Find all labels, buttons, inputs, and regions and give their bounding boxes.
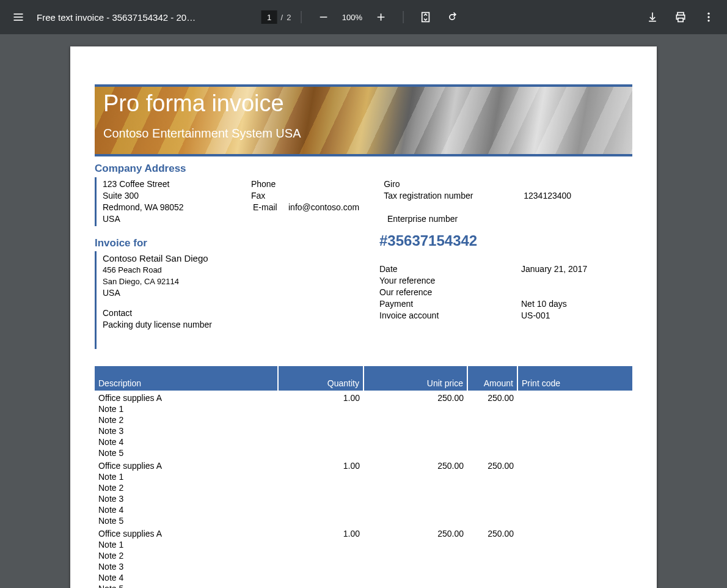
company-line: 123 Coffee Street (103, 178, 251, 190)
note-row: Note 3 (95, 425, 632, 436)
more-button[interactable] (696, 5, 721, 29)
invoice-title: Pro forma invoice (103, 90, 624, 117)
download-button[interactable] (640, 5, 665, 29)
menu-button[interactable] (6, 5, 31, 29)
cell-amount: 250.00 (467, 526, 517, 539)
note-row: Note 4 (95, 436, 632, 447)
cell-unit-price: 250.00 (364, 391, 467, 403)
cell-amount: 250.00 (467, 458, 517, 471)
note-text: Note 5 (95, 515, 632, 526)
note-text: Note 1 (95, 471, 632, 482)
meta-label: Payment (379, 298, 521, 310)
note-text: Note 2 (95, 482, 632, 493)
hamburger-icon (12, 11, 24, 23)
page-separator: / (281, 13, 283, 22)
invoice-for-block: Contoso Retail San Diego 456 Peach Road … (95, 251, 632, 349)
svg-point-11 (707, 16, 709, 18)
meta-label: Our reference (379, 287, 521, 298)
note-row: Note 5 (95, 447, 632, 458)
meta-label: Your reference (379, 275, 521, 287)
note-row: Note 3 (95, 561, 632, 572)
document-page: Pro forma invoice Contoso Entertainment … (70, 46, 657, 588)
fit-page-button[interactable] (413, 5, 437, 29)
col-unit-price: Unit price (364, 366, 467, 391)
svg-rect-9 (678, 18, 683, 22)
company-line: Redmond, WA 98052 (103, 202, 253, 213)
cell-description: Office supplies A (95, 526, 278, 539)
invoice-for-heading: Invoice for (95, 237, 379, 249)
note-text: Note 5 (95, 447, 632, 458)
fax-label: Fax (251, 190, 287, 202)
zoom-level: 100% (339, 13, 365, 22)
cell-description: Office supplies A (95, 458, 278, 471)
page-number-input[interactable] (261, 10, 277, 24)
meta-value: January 21, 2017 (521, 263, 631, 275)
line-items-table: Description Quantity Unit price Amount P… (95, 366, 632, 588)
divider (403, 11, 403, 23)
col-amount: Amount (467, 366, 517, 391)
meta-value (521, 287, 631, 298)
note-text: Note 3 (95, 425, 632, 436)
note-text: Note 4 (95, 504, 632, 515)
note-row: Note 5 (95, 515, 632, 526)
meta-label: Date (379, 263, 521, 275)
download-icon (646, 11, 659, 23)
customer-line: Contoso Retail San Diego (103, 252, 379, 264)
tax-value: 1234123400 (524, 190, 632, 202)
meta-value: Net 10 days (521, 298, 631, 310)
company-address-heading: Company Address (95, 163, 632, 175)
note-text: Note 3 (95, 493, 632, 504)
meta-value: US-001 (521, 310, 631, 322)
note-text: Note 2 (95, 414, 632, 425)
print-icon (674, 11, 687, 23)
note-text: Note 4 (95, 436, 632, 447)
cell-quantity: 1.00 (278, 526, 364, 539)
col-quantity: Quantity (278, 366, 364, 391)
customer-line: USA (103, 287, 379, 299)
phone-label: Phone (251, 178, 287, 190)
zoom-in-button[interactable] (368, 5, 393, 29)
note-row: Note 2 (95, 550, 632, 561)
cell-print-code (517, 526, 632, 539)
more-vertical-icon (703, 11, 715, 23)
table-row: Office supplies A1.00250.00250.00 (95, 458, 632, 471)
company-block: 123 Coffee Street Phone Giro Suite 300 F… (95, 177, 632, 226)
col-print-code: Print code (517, 366, 632, 391)
note-row: Note 4 (95, 572, 632, 583)
document-viewport[interactable]: Pro forma invoice Contoso Entertainment … (0, 34, 727, 588)
note-row: Note 1 (95, 539, 632, 550)
company-line: USA (103, 213, 253, 225)
zoom-out-button[interactable] (311, 5, 335, 29)
giro-label: Giro (384, 178, 524, 190)
divider (301, 11, 301, 23)
fit-page-icon (419, 11, 431, 23)
document-title: Free text invoice - 35637154342 - 20… (37, 12, 195, 23)
col-description: Description (95, 366, 278, 391)
note-row: Note 2 (95, 414, 632, 425)
print-button[interactable] (668, 5, 693, 29)
cell-quantity: 1.00 (278, 458, 364, 471)
customer-line: 456 Peach Road (103, 264, 379, 276)
cell-print-code (517, 458, 632, 471)
rotate-button[interactable] (441, 5, 466, 29)
cell-description: Office supplies A (95, 391, 278, 403)
note-row: Note 3 (95, 493, 632, 504)
table-header: Description Quantity Unit price Amount P… (95, 366, 632, 391)
table-row: Office supplies A1.00250.00250.00 (95, 391, 632, 403)
invoice-meta: DateJanuary 21, 2017Your referenceOur re… (379, 252, 631, 331)
svg-point-12 (707, 20, 709, 21)
note-row: Note 5 (95, 583, 632, 588)
cell-amount: 250.00 (467, 391, 517, 403)
packing-label: Packing duty license number (103, 319, 379, 331)
meta-label: Invoice account (379, 310, 521, 322)
note-text: Note 4 (95, 572, 632, 583)
toolbar-center: / 2 100% (261, 5, 466, 29)
invoice-banner: Pro forma invoice Contoso Entertainment … (95, 84, 632, 156)
table-row: Office supplies A1.00250.00250.00 (95, 526, 632, 539)
svg-point-10 (707, 13, 709, 15)
meta-value (521, 275, 631, 287)
page-total: 2 (287, 13, 291, 22)
pdf-toolbar: Free text invoice - 35637154342 - 20… / … (0, 0, 727, 34)
minus-icon (317, 11, 329, 23)
plus-icon (374, 11, 387, 23)
